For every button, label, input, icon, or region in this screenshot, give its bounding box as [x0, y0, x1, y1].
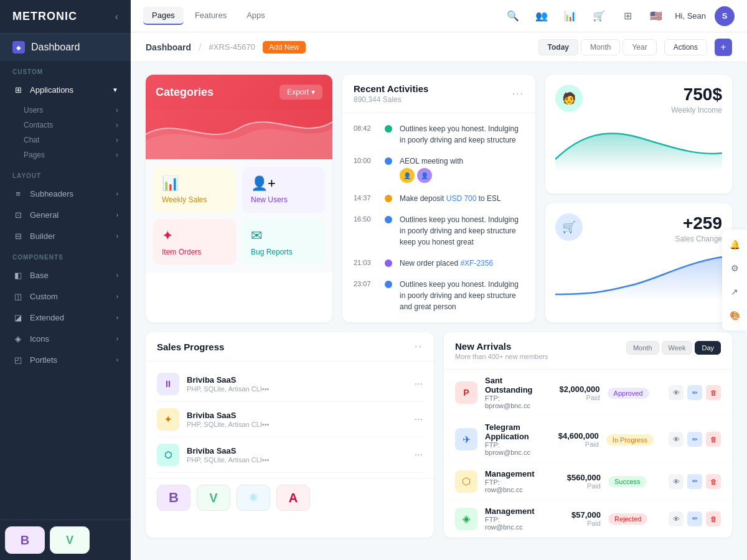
edit-action-icon[interactable]: ✏ [687, 511, 702, 526]
tab-month[interactable]: Month [626, 341, 659, 355]
activities-header: Recent Activities 890,344 Sales ··· [342, 75, 535, 113]
sales-name: Briviba SaaS [187, 375, 407, 385]
portlets-icon: ◰ [12, 354, 24, 365]
bar-chart-icon: 📊 [162, 175, 227, 192]
arrival-info: Management FTP: row@bnc.cc [485, 506, 534, 531]
sidebar-toggle-icon[interactable]: ‹ [115, 11, 118, 22]
sidebar-sub-item-users[interactable]: Users › [24, 103, 131, 118]
sidebar-dashboard-item[interactable]: Dashboard [0, 34, 131, 61]
cat-item-item-orders[interactable]: ✦ Item Orders [153, 219, 236, 265]
more-options-icon[interactable]: ·· [415, 341, 423, 352]
delete-action-icon[interactable]: 🗑 [706, 432, 721, 447]
tab-day[interactable]: Day [695, 341, 721, 355]
breadcrumb-separator: / [199, 42, 201, 53]
tab-week[interactable]: Week [662, 341, 693, 355]
more-icon[interactable]: ··· [415, 449, 423, 460]
sidebar-item-general[interactable]: ⊡ General › [0, 204, 131, 225]
cat-item-weekly-sales[interactable]: 📊 Weekly Sales [153, 167, 236, 213]
time-btn-month[interactable]: Month [581, 39, 620, 55]
framework-angular-icon[interactable]: A [276, 485, 310, 511]
arrival-row: ⬡ Management FTP: row@bnc.cc $560,000 Pa… [444, 463, 732, 500]
flag-icon[interactable]: 🇺🇸 [646, 6, 666, 26]
sidebar-section-custom: CUSTOM [0, 61, 131, 79]
activity-dot [385, 195, 392, 202]
chevron-right-icon: › [116, 106, 118, 114]
framework-vue[interactable]: V [50, 526, 90, 554]
grid-icon[interactable]: ⊞ [618, 6, 637, 26]
sidebar-item-builder[interactable]: ⊟ Builder › [0, 225, 131, 246]
avatar[interactable]: S [715, 6, 735, 26]
edit-action-icon[interactable]: ✏ [687, 474, 702, 489]
more-options-icon[interactable]: ··· [512, 88, 524, 100]
sidebar-item-custom[interactable]: ◫ Custom › [0, 286, 131, 307]
view-action-icon[interactable]: 👁 [669, 432, 684, 447]
sales-progress-header: Sales Progress ·· [146, 332, 434, 362]
sidebar-item-icons[interactable]: ◈ Icons › [0, 328, 131, 349]
sidebar-section-components: COMPONENTS [0, 246, 131, 264]
actions-button[interactable]: Actions [664, 39, 707, 55]
sidebar: METRONIC ‹ Dashboard CUSTOM ⊞ Applicatio… [0, 0, 131, 560]
sales-progress-card: Sales Progress ·· II Briviba SaaS PHP, S… [146, 332, 434, 538]
sales-desc: PHP, SQLite, Artisan CLI••• [187, 385, 407, 393]
nav-link-apps[interactable]: Apps [238, 7, 274, 25]
delete-action-icon[interactable]: 🗑 [706, 474, 721, 489]
weekly-income-chart [555, 122, 722, 172]
activity-item: 08:42 Outlines keep you honest. Indulgin… [342, 118, 535, 151]
sidebar-sub-item-pages[interactable]: Pages › [24, 147, 131, 162]
arrival-actions: 👁 ✏ 🗑 [669, 511, 721, 526]
avatar: 👤 [400, 168, 415, 183]
sales-logo: II [157, 373, 179, 395]
palette-icon[interactable]: 🎨 [726, 307, 743, 324]
activity-text: AEOL meeting with 👤 👤 [400, 156, 463, 183]
more-icon[interactable]: ··· [415, 378, 423, 390]
arrival-paid: Paid [540, 394, 600, 401]
activity-dot [385, 259, 392, 267]
time-btn-year[interactable]: Year [622, 39, 656, 55]
sidebar-section-layout: LAYOUT [0, 165, 131, 183]
sidebar-item-extended[interactable]: ◪ Extended › [0, 307, 131, 328]
notification-icon[interactable]: 🔔 [726, 236, 743, 253]
cat-item-new-users[interactable]: 👤+ New Users [242, 167, 325, 213]
users-icon[interactable]: 👥 [532, 6, 552, 26]
nav-link-features[interactable]: Features [186, 7, 235, 25]
activity-dot [385, 157, 392, 165]
view-action-icon[interactable]: 👁 [669, 385, 684, 400]
settings-icon[interactable]: ⚙ [726, 259, 743, 277]
arrival-status: Approved [608, 387, 661, 399]
more-icon[interactable]: ··· [415, 414, 423, 425]
export-button[interactable]: Export ▾ [280, 85, 322, 100]
income-icon: 🧑 [555, 85, 583, 112]
edit-action-icon[interactable]: ✏ [687, 432, 702, 447]
sidebar-sub-item-chat[interactable]: Chat › [24, 133, 131, 147]
add-new-button[interactable]: Add New [263, 41, 306, 54]
framework-bootstrap[interactable]: B [5, 526, 45, 554]
sidebar-item-subheaders[interactable]: ≡ Subheaders › [0, 183, 131, 204]
edit-action-icon[interactable]: ✏ [687, 385, 702, 400]
page-title: Dashboard [146, 42, 191, 52]
avatar: 👤 [417, 168, 432, 183]
chevron-down-icon: ▼ [112, 86, 118, 93]
subheaders-icon: ≡ [12, 188, 24, 199]
chart-icon[interactable]: 📊 [560, 6, 580, 26]
cat-item-bug-reports[interactable]: ✉ Bug Reports [242, 219, 325, 265]
sidebar-item-portlets[interactable]: ◰ Portlets › [0, 349, 131, 370]
cat-item-label: Weekly Sales [162, 195, 227, 204]
activity-dot [385, 125, 392, 133]
right-icons-panel: 🔔 ⚙ ↗ 🎨 [722, 230, 747, 330]
nav-link-pages[interactable]: Pages [143, 7, 184, 25]
view-action-icon[interactable]: 👁 [669, 474, 684, 489]
delete-action-icon[interactable]: 🗑 [706, 511, 721, 526]
time-btn-today[interactable]: Today [538, 39, 578, 55]
sidebar-sub-item-contacts[interactable]: Contacts › [24, 118, 131, 133]
framework-bootstrap-icon[interactable]: B [157, 485, 190, 511]
cart-icon[interactable]: 🛒 [589, 6, 609, 26]
delete-action-icon[interactable]: 🗑 [706, 385, 721, 400]
share-icon[interactable]: ↗ [726, 283, 743, 301]
search-icon[interactable]: 🔍 [503, 6, 523, 26]
view-action-icon[interactable]: 👁 [669, 511, 684, 526]
framework-vue-icon[interactable]: V [197, 485, 230, 511]
framework-react-icon[interactable]: ⚛ [237, 485, 270, 511]
sidebar-item-base[interactable]: ◧ Base › [0, 264, 131, 286]
plus-button[interactable]: + [715, 39, 732, 56]
sidebar-item-applications[interactable]: ⊞ Applications ▼ [0, 79, 131, 100]
